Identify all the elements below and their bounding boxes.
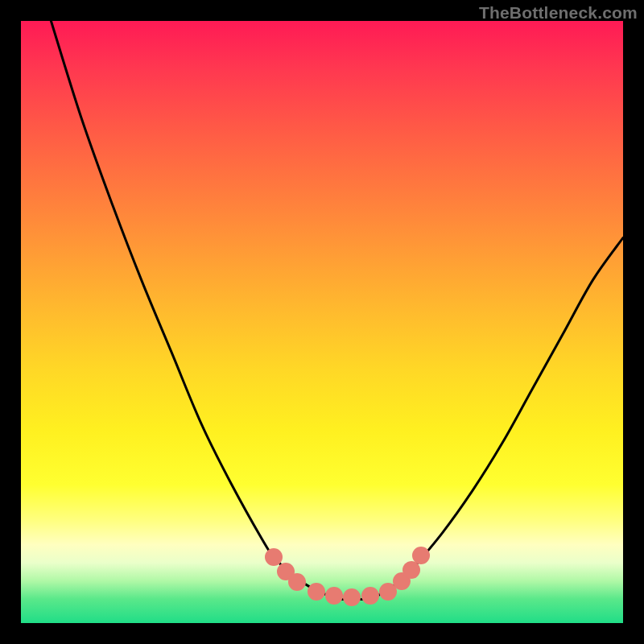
curve-marker bbox=[265, 548, 283, 566]
curve-marker bbox=[308, 583, 325, 601]
curve-marker bbox=[343, 588, 361, 606]
curve-marker bbox=[361, 587, 379, 605]
curve-marker bbox=[402, 561, 420, 579]
watermark-text: TheBottleneck.com bbox=[479, 3, 638, 23]
curve-marker bbox=[412, 547, 430, 564]
chart-plot-area bbox=[21, 21, 623, 623]
bottleneck-curve bbox=[21, 21, 623, 623]
curve-marker bbox=[325, 587, 343, 605]
curve-marker bbox=[288, 573, 306, 591]
